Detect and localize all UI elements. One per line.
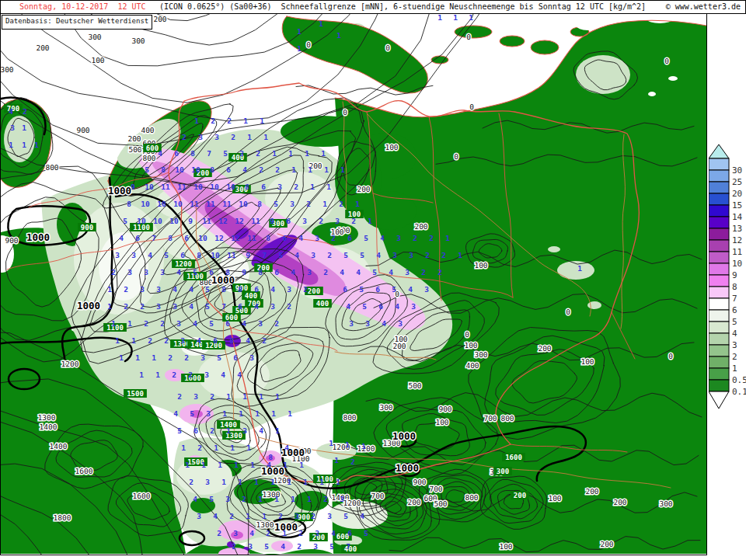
legend-color-box <box>709 158 729 170</box>
snow-amount-value: 1 <box>115 336 120 345</box>
contour-label-1000: 1000 <box>77 300 100 311</box>
snow-amount-value: 2 <box>217 529 221 537</box>
snow-amount-value: 3 <box>144 268 148 277</box>
contour-label: 400 <box>465 361 479 370</box>
snow-amount-value: 3 <box>206 409 211 418</box>
snow-amount-value: 1 <box>185 461 190 469</box>
snow-amount-value: 5 <box>123 217 127 225</box>
snow-amount-value: 3 <box>204 370 209 379</box>
contour-label: 200 <box>600 540 613 548</box>
snow-amount-value: 2 <box>266 529 270 537</box>
contour-label: 1300 <box>38 413 56 422</box>
snow-amount-value: 3 <box>307 268 312 277</box>
snow-amount-value: 2 <box>144 319 148 328</box>
snow-amount-value: 3 <box>270 302 275 311</box>
contour-label-1000: 1000 <box>261 465 284 477</box>
snow-amount-value: 1 <box>258 495 263 503</box>
snow-amount-value: 1 <box>326 183 331 191</box>
pale-green-patch <box>587 301 601 309</box>
snow-amount-value: 1 <box>319 478 324 486</box>
snow-amount-value: 1 <box>368 217 372 225</box>
snow-amount-value: 6 <box>180 251 185 259</box>
contour-label: 200 <box>407 498 420 506</box>
legend-color-box <box>709 322 729 333</box>
snow-amount-value: 1 <box>336 31 341 40</box>
snow-amount-value: 11 <box>190 200 199 208</box>
snow-amount-value: 3 <box>277 183 282 191</box>
snow-amount-value: 1 <box>297 27 302 36</box>
legend-color-box <box>709 217 729 228</box>
snow-amount-value: 8 <box>229 336 234 345</box>
snow-amount-value: 1 <box>9 141 13 149</box>
legend-value-label: 20 <box>732 189 742 199</box>
weather-map-page: { "header": { "date": "Sonntag, 10-12-20… <box>0 0 746 560</box>
snow-amount-value: 5 <box>145 165 149 174</box>
snow-amount-value: 4 <box>221 370 225 379</box>
snow-amount-value: 8 <box>127 200 131 208</box>
snow-amount-value: 3 <box>311 251 315 259</box>
snow-amount-value: 4 <box>395 302 399 311</box>
snow-amount-value: 3 <box>156 302 161 311</box>
snow-amount-value: 4 <box>298 234 303 242</box>
snow-amount-value: 2 <box>297 542 302 551</box>
snow-amount-value: 1 <box>155 370 160 379</box>
legend-value-label: 30 <box>732 165 742 176</box>
snow-amount-value: 1 <box>259 392 263 401</box>
snow-amount-value: 1 <box>288 409 292 418</box>
snow-amount-value: 3 <box>392 251 397 259</box>
snow-amount-value: 8 <box>221 285 226 294</box>
snow-amount-value: 5 <box>205 285 210 294</box>
snow-amount-value: 2 <box>259 165 263 174</box>
snow-amount-value: 2 <box>124 285 128 294</box>
contour-label: 800 <box>500 414 514 423</box>
snow-amount-value: 3 <box>315 529 319 537</box>
snow-amount-value: 6 <box>193 426 198 435</box>
snow-amount-value: 11 <box>206 200 215 208</box>
contour-label: 300 <box>659 499 672 508</box>
snow-amount-value: 12 <box>218 217 227 225</box>
snow-amount-value: 8 <box>190 149 195 158</box>
snow-amount-value: 4 <box>295 251 299 259</box>
snow-amount-value: 6 <box>226 165 231 174</box>
snow-amount-value: 5 <box>278 251 283 259</box>
snow-amount-value: 2 <box>188 370 193 379</box>
snow-amount-value: 7 <box>346 542 350 551</box>
snow-amount-value: 1 <box>246 512 250 520</box>
snow-amount-value: 3 <box>156 285 161 294</box>
contour-label: 200 <box>36 43 49 52</box>
snow-amount-value: 3 <box>349 319 354 328</box>
snow-amount-value: 2 <box>242 495 246 503</box>
snow-amount-value: 2 <box>23 107 27 116</box>
snow-amount-value: 1 <box>291 495 295 503</box>
snow-amount-value: 1 <box>283 461 288 469</box>
legend-value-label: 9 <box>732 270 737 280</box>
island <box>500 36 525 47</box>
snow-amount-value: 1 <box>282 529 287 537</box>
snow-amount-value: 3 <box>411 302 416 311</box>
snow-amount-value: 4 <box>148 251 152 259</box>
contour-label: 900 <box>413 478 426 486</box>
snow-amount-value: 2 <box>413 234 417 242</box>
contour-label-green: 400 <box>316 300 329 308</box>
snow-amount-value: 2 <box>298 529 303 537</box>
legend-color-box <box>709 275 729 287</box>
snow-amount-value: 9 <box>188 217 193 225</box>
snow-amount-value: 5 <box>274 200 278 208</box>
snow-amount-value: 2 <box>262 336 267 345</box>
snow-amount-value: 3 <box>180 336 185 345</box>
snow-amount-value: 3 <box>239 149 244 158</box>
snow-amount-value: 1 <box>361 442 366 450</box>
contour-label-green: 200 <box>514 492 526 499</box>
snow-amount-value: 3 <box>225 495 230 503</box>
snow-amount-value: 1 <box>299 461 304 469</box>
snow-amount-value: 4 <box>360 512 364 520</box>
snow-amount-value: 5 <box>372 268 377 277</box>
snow-amount-value: 1 <box>250 461 255 469</box>
snow-amount-value: 4 <box>197 336 201 345</box>
snow-amount-value: 4 <box>237 370 242 379</box>
contour-label: 1600 <box>75 467 93 475</box>
contour-label: 200 <box>127 134 141 143</box>
contour-label: 0 <box>343 108 347 117</box>
snow-amount-value: 8 <box>238 285 242 294</box>
contour-label: 100 <box>474 261 487 270</box>
